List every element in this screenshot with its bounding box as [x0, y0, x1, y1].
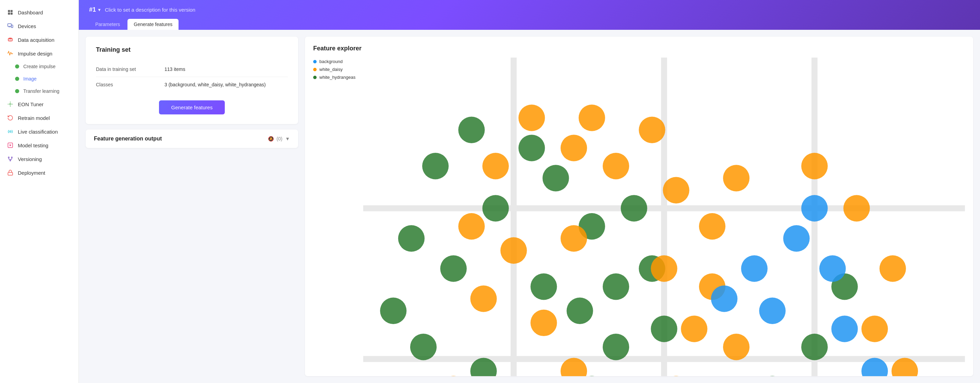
sidebar-label-image: Image [23, 76, 37, 81]
svg-point-54 [603, 153, 629, 179]
svg-point-89 [801, 153, 827, 179]
svg-point-58 [561, 225, 587, 251]
image-dot [15, 77, 19, 81]
sidebar-label-dashboard: Dashboard [18, 10, 43, 16]
svg-point-44 [603, 273, 629, 300]
svg-point-106 [711, 285, 737, 312]
sidebar-item-deployment[interactable]: Deployment [0, 166, 78, 180]
tab-generate-features[interactable]: Generate features [127, 19, 178, 30]
svg-point-72 [699, 213, 725, 240]
svg-point-70 [681, 316, 707, 342]
sidebar-label-versioning: Versioning [18, 156, 42, 162]
explorer-body: background white_daisy white_hydrangeas [313, 57, 965, 376]
dashboard-icon [7, 9, 14, 16]
svg-point-59 [471, 285, 497, 312]
sidebar-item-live-classification[interactable]: Live classification [0, 125, 78, 138]
impulse-icon [7, 50, 14, 57]
svg-rect-4 [8, 24, 12, 26]
training-value-data: 113 items [164, 67, 185, 72]
scatter-plot [363, 57, 965, 376]
sidebar-item-transfer-learning[interactable]: Transfer learning [0, 85, 78, 97]
versioning-icon [7, 156, 14, 162]
sidebar-label-eon-tuner: EON Tuner [18, 102, 43, 107]
legend-item-background: background [313, 59, 358, 64]
sidebar-item-impulse-design[interactable]: Impulse design [0, 46, 78, 60]
training-label-data: Data in training set [96, 67, 164, 72]
sidebar-item-versioning[interactable]: Versioning [0, 152, 78, 166]
svg-point-27 [410, 334, 436, 360]
sidebar-label-devices: Devices [18, 23, 36, 29]
svg-point-57 [500, 237, 527, 264]
bell-muted-icon: 🔕 [268, 136, 274, 141]
svg-point-23 [482, 195, 509, 221]
output-dropdown-icon[interactable]: ▼ [285, 136, 290, 141]
sidebar-item-model-testing[interactable]: Model testing [0, 138, 78, 152]
sidebar-label-transfer-learning: Transfer learning [23, 88, 59, 94]
retrain-icon [7, 114, 14, 121]
feature-explorer-panel: Feature explorer background white_daisy … [305, 37, 973, 376]
svg-point-109 [783, 225, 810, 251]
svg-point-77 [723, 334, 749, 360]
devices-icon [7, 22, 14, 29]
svg-point-60 [530, 310, 557, 336]
version-dropdown-icon[interactable]: ▼ [97, 8, 102, 12]
legend-label-white-hydrangeas: white_hydrangeas [319, 75, 356, 80]
svg-point-98 [801, 334, 827, 360]
svg-point-8 [10, 103, 11, 105]
svg-rect-1 [11, 10, 13, 12]
legend-label-background: background [319, 59, 343, 64]
legend-item-white-daisy: white_daisy [313, 67, 358, 72]
version-badge[interactable]: #1 ▼ [89, 6, 102, 13]
svg-point-107 [741, 255, 768, 281]
svg-point-97 [759, 376, 785, 376]
header-description[interactable]: Click to set a description for this vers… [105, 7, 195, 13]
tab-parameters[interactable]: Parameters [89, 19, 126, 30]
sidebar-item-eon-tuner[interactable]: EON Tuner [0, 97, 78, 111]
sidebar-label-deployment: Deployment [18, 170, 45, 176]
legend-label-white-daisy: white_daisy [319, 67, 343, 72]
eon-icon [7, 101, 14, 108]
svg-point-11 [8, 157, 9, 158]
legend-dot-white-daisy [313, 68, 317, 71]
version-number: #1 [89, 6, 96, 13]
notification-count: (0) [277, 136, 282, 141]
sidebar-item-devices[interactable]: Devices [0, 19, 78, 33]
svg-point-51 [482, 153, 509, 179]
create-impulse-dot [15, 64, 19, 68]
training-rows: Data in training set 113 items Classes 3… [96, 62, 288, 92]
sidebar-item-retrain-model[interactable]: Retrain model [0, 111, 78, 125]
svg-point-112 [831, 316, 858, 342]
svg-point-24 [398, 225, 425, 251]
svg-point-7 [8, 38, 12, 40]
svg-rect-2 [8, 13, 10, 15]
svg-point-12 [11, 157, 12, 158]
training-set-card: Training set Data in training set 113 it… [86, 37, 298, 124]
svg-point-73 [723, 165, 749, 191]
training-value-classes: 3 (background, white_daisy, white_hydran… [164, 82, 266, 87]
svg-point-48 [621, 195, 647, 221]
svg-point-53 [561, 135, 587, 161]
feature-generation-output-card: Feature generation output 🔕 (0) ▼ [86, 129, 298, 148]
output-title: Feature generation output [94, 136, 162, 142]
generate-features-button[interactable]: Generate features [159, 100, 225, 114]
svg-point-111 [819, 255, 846, 281]
sidebar-item-dashboard[interactable]: Dashboard [0, 5, 78, 19]
svg-rect-6 [11, 25, 13, 28]
training-set-title: Training set [96, 46, 288, 54]
sidebar-item-data-acquisition[interactable]: Data acquisition [0, 33, 78, 46]
sidebar-label-impulse-design: Impulse design [18, 51, 52, 57]
sidebar-label-retrain-model: Retrain model [18, 115, 50, 121]
left-panel: Training set Data in training set 113 it… [86, 37, 298, 376]
svg-point-25 [440, 255, 467, 281]
svg-point-22 [458, 116, 485, 143]
table-row: Classes 3 (background, white_daisy, whit… [96, 77, 288, 92]
content-area: Training set Data in training set 113 it… [79, 30, 980, 383]
svg-point-52 [519, 105, 545, 131]
sidebar: Dashboard Devices Data acquisition Impul… [0, 0, 79, 383]
header: #1 ▼ Click to set a description for this… [79, 0, 980, 30]
sidebar-label-model-testing: Model testing [18, 143, 48, 148]
sidebar-item-create-impulse[interactable]: Create impulse [0, 60, 78, 73]
svg-point-87 [880, 255, 906, 281]
sidebar-item-image[interactable]: Image [0, 73, 78, 85]
data-icon [7, 36, 14, 43]
